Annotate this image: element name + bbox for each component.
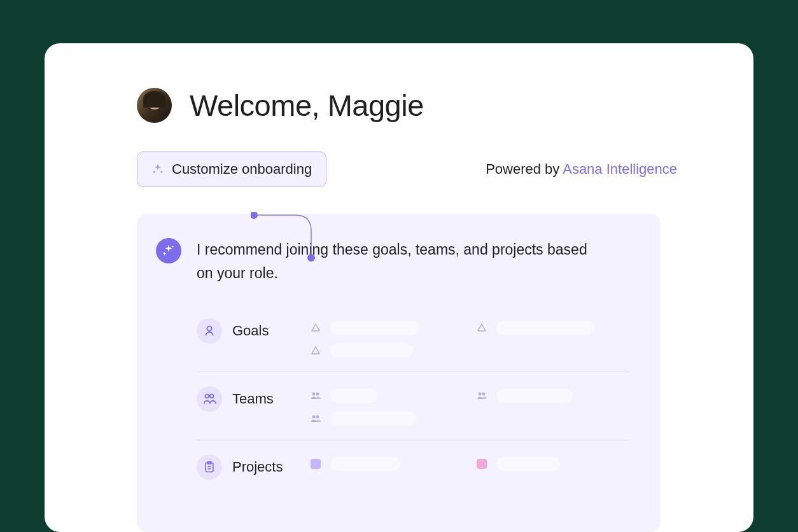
svg-point-4 — [210, 394, 214, 398]
people-icon — [476, 390, 487, 402]
projects-section: Projects — [197, 440, 630, 494]
teams-label-group: Teams — [197, 386, 279, 412]
project-item[interactable] — [310, 457, 465, 471]
recommendation-card: I recommend joining these goals, teams, … — [137, 214, 661, 532]
placeholder-bar — [330, 321, 419, 335]
outer-frame: Welcome, Maggie Customize onboarding Pow… — [0, 0, 798, 532]
goals-items — [310, 318, 630, 358]
goals-section: Goals — [197, 304, 630, 372]
placeholder-bar — [496, 389, 573, 403]
team-item[interactable] — [310, 389, 465, 403]
projects-items — [310, 454, 630, 471]
team-item[interactable] — [310, 412, 465, 426]
recommendation-header: I recommend joining these goals, teams, … — [156, 238, 630, 285]
customize-button-label: Customize onboarding — [172, 161, 312, 178]
teams-items — [310, 386, 630, 426]
powered-by-label: Powered by Asana Intelligence — [486, 161, 677, 178]
placeholder-bar — [330, 389, 378, 403]
powered-brand[interactable]: Asana Intelligence — [563, 161, 677, 177]
svg-point-7 — [478, 392, 481, 395]
projects-label-group: Projects — [197, 454, 279, 480]
placeholder-bar — [330, 412, 417, 426]
sparkle-icon — [151, 163, 164, 176]
people-icon — [310, 413, 321, 424]
goal-item[interactable] — [476, 321, 631, 335]
goal-item[interactable] — [310, 321, 465, 335]
project-item[interactable] — [476, 457, 631, 471]
svg-point-6 — [316, 392, 319, 395]
main-card: Welcome, Maggie Customize onboarding Pow… — [45, 43, 753, 532]
goals-label: Goals — [232, 323, 269, 339]
svg-point-2 — [207, 326, 211, 330]
placeholder-bar — [330, 457, 400, 471]
triangle-icon — [310, 345, 321, 356]
goals-icon — [197, 318, 222, 344]
header-row: Welcome, Maggie — [137, 88, 703, 123]
triangle-icon — [310, 322, 321, 333]
teams-icon — [197, 386, 222, 412]
recommendation-text: I recommend joining these goals, teams, … — [197, 238, 591, 285]
projects-icon — [197, 454, 222, 480]
powered-prefix: Powered by — [486, 161, 563, 177]
goal-item[interactable] — [310, 344, 465, 358]
people-icon — [310, 390, 321, 402]
teams-label: Teams — [232, 391, 274, 407]
customize-onboarding-button[interactable]: Customize onboarding — [137, 151, 326, 187]
svg-point-5 — [312, 392, 316, 395]
project-square-icon — [310, 458, 321, 470]
placeholder-bar — [330, 344, 413, 358]
project-square-icon — [476, 458, 487, 470]
projects-label: Projects — [232, 459, 283, 475]
placeholder-bar — [496, 321, 594, 335]
svg-point-8 — [482, 392, 485, 395]
action-row: Customize onboarding Powered by Asana In… — [137, 151, 703, 187]
triangle-icon — [476, 322, 487, 333]
sparkle-badge-icon — [156, 238, 181, 263]
svg-point-3 — [206, 394, 209, 398]
placeholder-bar — [496, 457, 560, 471]
svg-point-9 — [312, 415, 316, 418]
svg-point-10 — [316, 415, 319, 418]
goals-label-group: Goals — [197, 318, 279, 344]
user-avatar[interactable] — [137, 88, 172, 123]
team-item[interactable] — [476, 389, 631, 403]
welcome-title: Welcome, Maggie — [190, 88, 424, 123]
teams-section: Teams — [197, 372, 630, 440]
